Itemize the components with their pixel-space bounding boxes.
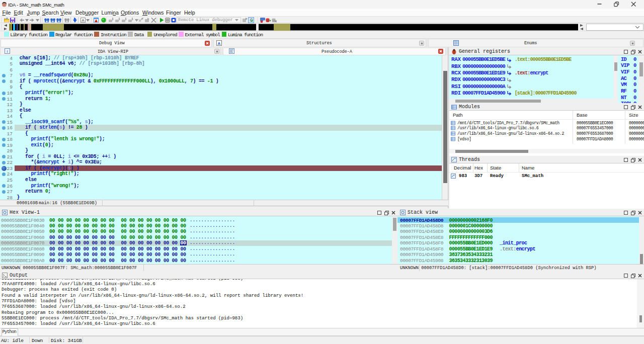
svg-text:I: I — [7, 49, 8, 54]
svg-text:A: A — [218, 41, 221, 46]
svg-text:A: A — [82, 18, 85, 23]
